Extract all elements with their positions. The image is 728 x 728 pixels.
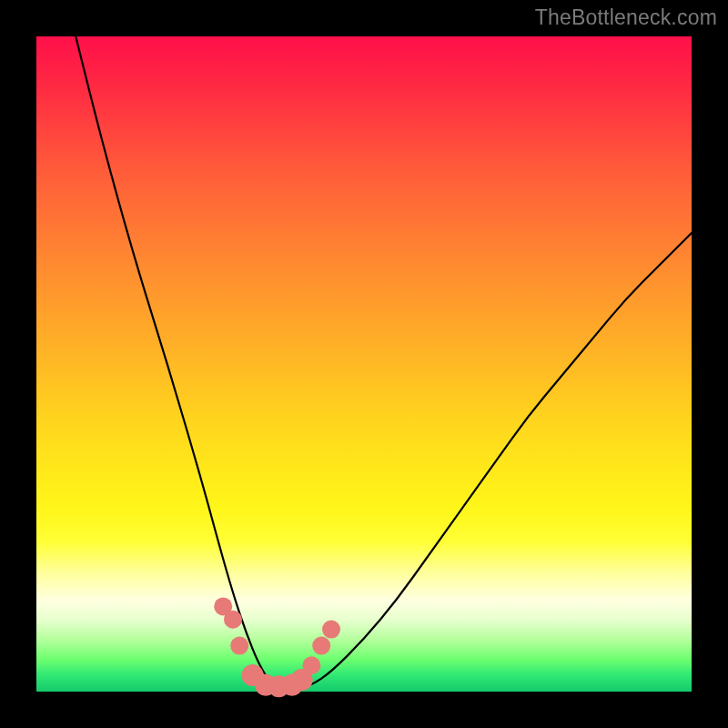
highlight-marker [322, 621, 340, 639]
chart-frame: TheBottleneck.com [0, 0, 728, 728]
highlight-marker [230, 637, 248, 655]
bottleneck-curve-path [76, 36, 692, 688]
highlight-marker [302, 656, 320, 674]
highlight-marker [312, 637, 330, 655]
highlight-marker [224, 611, 242, 629]
highlight-markers [214, 597, 340, 697]
watermark-text: TheBottleneck.com [535, 5, 717, 30]
chart-svg [36, 36, 692, 692]
bottleneck-curve [76, 36, 692, 688]
